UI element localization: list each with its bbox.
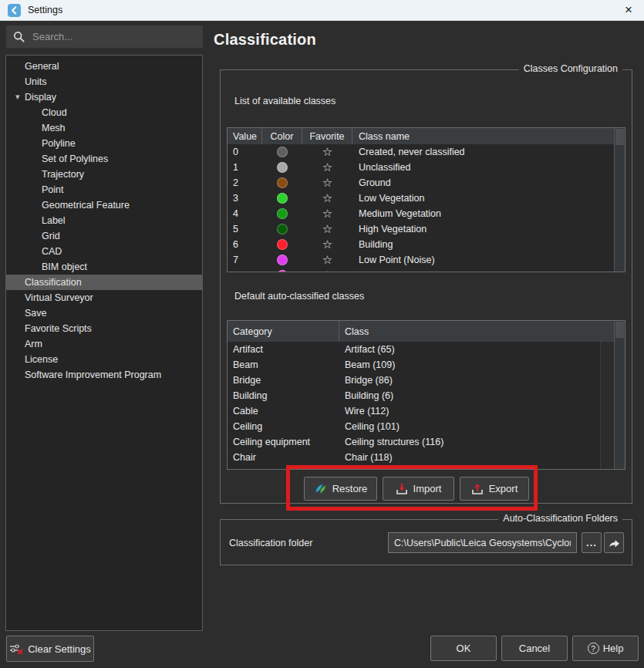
class-color-dot[interactable] <box>277 255 288 265</box>
sidebar-item[interactable]: Software Improvement Program <box>6 367 202 383</box>
sidebar-item[interactable]: Label <box>6 213 202 228</box>
settings-dialog: Settings × General Units ▾ Display <box>0 0 644 668</box>
sidebar-item[interactable]: Trajectory <box>6 167 202 182</box>
class-color-dot[interactable] <box>277 147 288 157</box>
search-input[interactable] <box>32 31 187 42</box>
auto-class-row[interactable]: Beam Beam (109) <box>228 357 614 373</box>
sidebar-item-label: License <box>6 352 58 367</box>
favorite-star-icon[interactable]: ☆ <box>322 162 332 173</box>
class-row[interactable]: 4 ☆ Medium Vegetation <box>228 206 614 221</box>
scrollbar-thumb[interactable] <box>615 322 624 338</box>
sidebar-item[interactable]: Save <box>6 305 202 321</box>
cancel-button[interactable]: Cancel <box>501 636 568 661</box>
help-button[interactable]: ? Help <box>572 636 639 661</box>
favorite-star-icon[interactable]: ☆ <box>322 177 332 188</box>
export-button[interactable]: Export <box>460 477 529 501</box>
sidebar-item-label: Units <box>6 74 46 89</box>
favorite-star-icon[interactable]: ☆ <box>322 224 332 234</box>
class-row[interactable]: 1 ☆ Unclassified <box>228 160 614 175</box>
favorite-star-icon[interactable]: ☆ <box>322 255 332 265</box>
default-classes-label: Default auto-classified classes <box>234 291 364 302</box>
sidebar-item-label: Arm <box>6 336 42 352</box>
favorite-star-icon[interactable]: ☆ <box>322 208 332 219</box>
sidebar-item[interactable]: License <box>6 352 202 367</box>
col-header-class[interactable]: Class <box>339 321 614 342</box>
page-title: Classification <box>214 31 316 49</box>
auto-class-row[interactable]: Ceiling equipment Ceiling structures (11… <box>228 434 614 450</box>
sidebar-item[interactable]: Polyline <box>6 136 202 151</box>
class-row[interactable]: 0 ☆ Created, never classified <box>228 144 614 160</box>
sidebar-item-label: Trajectory <box>6 167 84 182</box>
restore-button[interactable]: Restore <box>304 477 377 501</box>
category-cell: Beam <box>228 359 339 370</box>
class-color-dot[interactable] <box>277 224 288 234</box>
class-name: High Vegetation <box>352 224 614 234</box>
sidebar-item[interactable]: Point <box>6 182 202 197</box>
sidebar-item-label: Favorite Scripts <box>6 321 92 336</box>
favorite-star-icon[interactable]: ☆ <box>322 239 332 250</box>
class-color-dot[interactable] <box>277 270 288 272</box>
sidebar-item[interactable]: Favorite Scripts <box>6 321 202 336</box>
class-color-dot[interactable] <box>277 177 288 188</box>
favorite-star-icon[interactable]: ☆ <box>322 193 332 204</box>
ok-button[interactable]: OK <box>430 636 497 661</box>
classification-folder-label: Classification folder <box>229 538 312 548</box>
auto-class-row[interactable]: Ceiling Ceiling (101) <box>228 419 614 434</box>
close-icon[interactable]: × <box>620 2 637 19</box>
col-header-category[interactable]: Category <box>228 321 339 342</box>
clear-settings-button[interactable]: Clear Settings <box>6 636 94 662</box>
class-color-dot[interactable] <box>277 193 288 204</box>
sidebar-item[interactable]: Virtual Surveyor <box>6 290 202 305</box>
auto-class-row[interactable]: Chair Chair (118) <box>228 450 614 465</box>
clear-settings-label: Clear Settings <box>28 643 91 655</box>
export-label: Export <box>489 483 518 494</box>
class-row[interactable]: 2 ☆ Ground <box>228 175 614 191</box>
favorite-star-icon[interactable]: ☆ <box>322 270 332 272</box>
class-color-dot[interactable] <box>277 162 288 173</box>
class-cell: Artifact (65) <box>339 344 614 355</box>
browse-button[interactable]: ... <box>582 532 602 553</box>
vertical-scrollbar[interactable] <box>614 321 625 469</box>
col-header-classname[interactable]: Class name <box>352 128 614 144</box>
sidebar-item[interactable]: Arm <box>6 336 202 352</box>
chevron-down-icon[interactable]: ▾ <box>15 89 20 104</box>
sidebar-item[interactable]: Classification <box>6 275 202 290</box>
sidebar-item[interactable]: General <box>6 59 202 74</box>
auto-class-row[interactable]: Artifact Artifact (65) <box>228 342 614 357</box>
sidebar-item[interactable]: Units <box>6 74 202 89</box>
class-cell: Wire (112) <box>339 406 614 417</box>
class-row[interactable]: 7 ☆ Low Point (Noise) <box>228 252 614 268</box>
auto-class-row[interactable]: Cable Wire (112) <box>228 403 614 419</box>
sidebar-item-label: Cloud <box>6 105 67 120</box>
sidebar-item[interactable]: CAD <box>6 244 202 259</box>
sidebar-item[interactable]: BIM object <box>6 259 202 275</box>
class-row[interactable]: 6 ☆ Building <box>228 237 614 252</box>
class-row[interactable]: 5 ☆ High Vegetation <box>228 221 614 237</box>
class-value: 7 <box>228 255 262 265</box>
auto-class-row[interactable]: Building Building (6) <box>228 388 614 403</box>
class-row[interactable]: ☆ <box>228 268 614 272</box>
col-header-color[interactable]: Color <box>262 128 302 144</box>
sidebar-item-label: Set of Polylines <box>6 151 108 167</box>
import-button[interactable]: Import <box>383 477 454 501</box>
sidebar-item[interactable]: Geometrical Feature <box>6 197 202 213</box>
vertical-scrollbar[interactable] <box>614 128 625 272</box>
sidebar-item[interactable]: Grid <box>6 228 202 244</box>
favorite-star-icon[interactable]: ☆ <box>322 147 332 157</box>
col-header-value[interactable]: Value <box>228 128 262 144</box>
class-color-dot[interactable] <box>277 208 288 219</box>
class-row[interactable]: 3 ☆ Low Vegetation <box>228 191 614 206</box>
class-color-dot[interactable] <box>277 239 288 250</box>
classification-folder-input[interactable] <box>388 532 577 553</box>
sidebar-item-label: Geometrical Feature <box>6 197 130 213</box>
sidebar-item[interactable]: ▾ Display <box>6 89 202 105</box>
auto-class-row[interactable]: Bridge Bridge (86) <box>228 373 614 388</box>
sidebar-item[interactable]: Cloud <box>6 105 202 120</box>
col-header-favorite[interactable]: Favorite <box>302 128 352 144</box>
sidebar-item[interactable]: Set of Polylines <box>6 151 202 167</box>
class-value: 5 <box>228 224 262 234</box>
scrollbar-thumb[interactable] <box>615 129 624 145</box>
search-box[interactable] <box>6 25 203 48</box>
sidebar-item[interactable]: Mesh <box>6 120 202 136</box>
open-folder-button[interactable] <box>604 532 624 553</box>
